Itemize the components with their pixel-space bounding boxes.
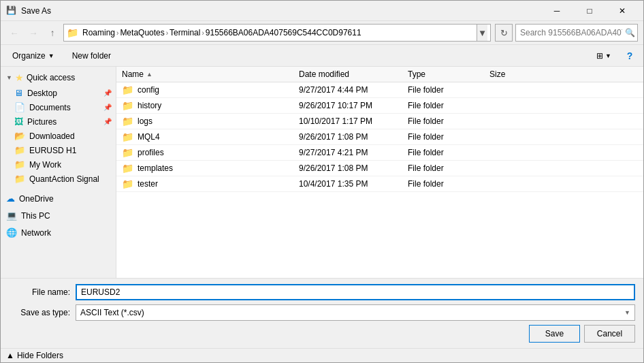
sidebar-item-network[interactable]: 🌐 Network (1, 225, 116, 240)
desktop-pin-icon: 📌 (103, 89, 112, 97)
pictures-label: Pictures (27, 117, 57, 127)
table-row[interactable]: 📁 MQL4 9/26/2017 1:08 PM File folder (116, 129, 643, 145)
new-folder-button[interactable]: New folder (66, 48, 117, 64)
sort-arrow: ▲ (146, 71, 152, 78)
filetype-dropdown-icon: ▼ (624, 309, 630, 316)
file-name-text: logs (138, 116, 152, 126)
address-toolbar: ← → ↑ 📁 Roaming › MetaQuotes › Terminal … (1, 21, 643, 45)
help-button[interactable]: ? (622, 48, 638, 64)
up-button[interactable]: ↑ (44, 25, 61, 41)
mywork-label: My Work (29, 160, 61, 170)
file-row-date: 9/26/2017 1:08 PM (299, 163, 408, 173)
file-row-date: 9/26/2017 10:17 PM (299, 101, 408, 110)
sidebar-item-documents[interactable]: 📄 Documents 📌 (1, 100, 116, 114)
address-bar[interactable]: 📁 Roaming › MetaQuotes › Terminal › 9155… (63, 24, 491, 42)
table-row[interactable]: 📁 logs 10/10/2017 1:17 PM File folder (116, 114, 643, 129)
sidebar-item-downloaded[interactable]: 📂 Downloaded (1, 129, 116, 143)
desktop-icon: 🖥 (14, 88, 23, 98)
sidebar-item-thispc[interactable]: 💻 This PC (1, 208, 116, 223)
hide-folders-bar[interactable]: ▲ Hide Folders (1, 348, 643, 362)
cancel-button[interactable]: Cancel (584, 325, 635, 343)
main-content: ▼ ★ Quick access 🖥 Desktop 📌 📄 Documents… (1, 67, 643, 278)
quick-access-label: Quick access (27, 73, 75, 82)
window-title: Save As (21, 6, 541, 16)
filename-input[interactable] (76, 284, 635, 300)
file-name-text: templates (138, 163, 173, 173)
folder-icon: 📁 (122, 163, 133, 174)
mywork-folder-icon: 📁 (14, 159, 25, 170)
address-segment-roaming: Roaming › (82, 28, 118, 37)
maximize-button[interactable]: □ (574, 1, 605, 21)
new-folder-label: New folder (72, 51, 111, 61)
col-size[interactable]: Size (489, 69, 544, 79)
file-row-name: 📁 MQL4 (122, 131, 299, 142)
table-row[interactable]: 📁 tester 10/4/2017 1:35 PM File folder (116, 176, 643, 192)
col-type[interactable]: Type (408, 69, 489, 79)
address-segment-terminal: Terminal › (170, 28, 204, 37)
file-row-type: File folder (408, 148, 489, 157)
save-button[interactable]: Save (529, 325, 580, 343)
file-rows-container: 📁 config 9/27/2017 4:44 PM File folder 📁… (116, 82, 643, 192)
view-options[interactable]: ⊞ ▼ (592, 48, 616, 64)
organize-button[interactable]: Organize ▼ (6, 48, 61, 64)
file-name-text: MQL4 (138, 132, 160, 142)
folder-icon: 📁 (122, 116, 133, 127)
segment-roaming-text: Roaming (82, 28, 115, 37)
table-row[interactable]: 📁 config 9/27/2017 4:44 PM File folder (116, 82, 643, 98)
action-bar: Organize ▼ New folder ⊞ ▼ ? (1, 45, 643, 67)
refresh-button[interactable]: ↻ (495, 24, 513, 42)
col-date[interactable]: Date modified (299, 69, 408, 79)
file-row-name: 📁 profiles (122, 147, 299, 158)
window-controls: ─ □ ✕ (541, 1, 638, 21)
file-row-date: 9/26/2017 1:08 PM (299, 132, 408, 142)
thispc-icon: 💻 (6, 210, 17, 221)
documents-label: Documents (29, 103, 71, 112)
sidebar-item-quantaction[interactable]: 📁 QuantAction Signal (1, 172, 116, 186)
star-icon: ★ (15, 72, 24, 83)
filename-label: File name: (9, 287, 70, 297)
forward-button[interactable]: → (25, 25, 42, 41)
savetype-label: Save as type: (9, 308, 70, 317)
documents-icon: 📄 (14, 102, 25, 112)
segment-terminal-text: Terminal (170, 28, 200, 37)
eurusd-folder-icon: 📁 (14, 145, 25, 155)
table-row[interactable]: 📁 templates 9/26/2017 1:08 PM File folde… (116, 161, 643, 176)
file-row-type: File folder (408, 116, 489, 126)
file-row-name: 📁 tester (122, 178, 299, 189)
minimize-button[interactable]: ─ (541, 1, 573, 21)
col-name[interactable]: Name ▲ (122, 69, 299, 79)
organize-dropdown-icon: ▼ (48, 52, 54, 59)
file-row-name: 📁 config (122, 84, 299, 95)
table-row[interactable]: 📁 history 9/26/2017 10:17 PM File folder (116, 98, 643, 114)
search-input[interactable] (520, 28, 622, 37)
bottom-buttons: Save Cancel (9, 325, 635, 343)
segment-hash-text: 915566BA06ADA407569C544CC0D97611 (206, 28, 361, 37)
file-row-name: 📁 logs (122, 116, 299, 127)
sidebar-item-mywork[interactable]: 📁 My Work (1, 157, 116, 172)
filetype-select[interactable]: ASCII Text (*.csv) ▼ (76, 304, 635, 321)
sidebar-item-desktop[interactable]: 🖥 Desktop 📌 (1, 86, 116, 100)
address-segment-hash: 915566BA06ADA407569C544CC0D97611 (206, 28, 361, 37)
network-label: Network (21, 228, 51, 238)
back-button[interactable]: ← (6, 25, 22, 41)
quick-access-section[interactable]: ▼ ★ Quick access (1, 69, 116, 86)
sidebar-item-pictures[interactable]: 🖼 Pictures 📌 (1, 114, 116, 129)
sidebar-item-onedrive[interactable]: ☁ OneDrive (1, 191, 116, 206)
col-name-label: Name (122, 69, 144, 79)
filename-row: File name: (9, 284, 635, 300)
col-size-label: Size (489, 69, 505, 79)
file-row-date: 9/27/2017 4:21 PM (299, 148, 408, 157)
file-row-date: 10/4/2017 1:35 PM (299, 179, 408, 189)
close-button[interactable]: ✕ (607, 1, 638, 21)
address-segment-metaquotes: MetaQuotes › (120, 28, 168, 37)
quantaction-label: QuantAction Signal (29, 174, 99, 184)
hide-folders-label: Hide Folders (17, 351, 63, 360)
eurusd-label: EURUSD H1 (29, 146, 76, 155)
file-name-text: config (138, 85, 159, 95)
window-icon: 💾 (6, 5, 17, 16)
address-dropdown-button[interactable]: ▼ (477, 24, 487, 42)
desktop-label: Desktop (27, 89, 57, 98)
sidebar-item-eurusd[interactable]: 📁 EURUSD H1 (1, 143, 116, 157)
table-row[interactable]: 📁 profiles 9/27/2017 4:21 PM File folder (116, 145, 643, 161)
file-row-type: File folder (408, 132, 489, 142)
